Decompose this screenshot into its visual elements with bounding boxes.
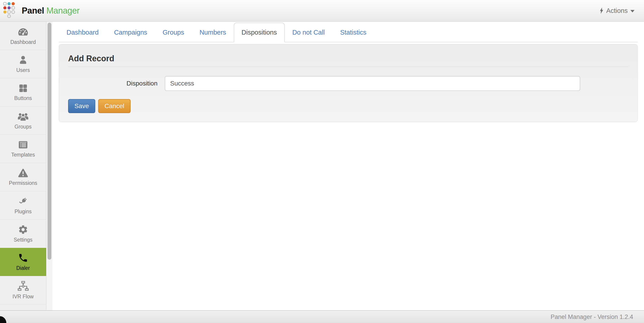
disposition-input[interactable] <box>165 76 580 91</box>
tab-bar: Dashboard Campaigns Groups Numbers Dispo… <box>59 23 638 42</box>
sidebar-item-label: Settings <box>14 237 32 243</box>
warning-icon <box>18 168 28 178</box>
sidebar-item-settings[interactable]: Settings <box>0 220 46 248</box>
app-footer: Panel Manager - Version 1.2.4 <box>0 310 644 323</box>
sidebar-item-label: Groups <box>14 124 32 130</box>
cancel-button[interactable]: Cancel <box>98 99 130 113</box>
add-record-panel: Add Record Disposition Save Cancel <box>59 44 638 122</box>
sidebar-item-groups[interactable]: Groups <box>0 106 46 135</box>
people-icon <box>17 111 29 122</box>
tab-do-not-call[interactable]: Do not Call <box>285 23 332 42</box>
lightning-bolt-icon <box>600 7 604 14</box>
sidebar-item-dashboard[interactable]: Dashboard <box>0 22 46 50</box>
app-header: Panel Manager Actions <box>0 0 644 22</box>
sidebar-item-label: IVR Flow <box>12 294 34 300</box>
actions-button[interactable]: Actions <box>600 7 634 14</box>
grid-icon <box>18 83 28 93</box>
chevron-down-icon <box>630 10 634 12</box>
app-title-secondary: Manager <box>46 6 80 15</box>
tab-statistics[interactable]: Statistics <box>332 23 374 42</box>
card-list-icon <box>18 140 28 150</box>
tab-groups[interactable]: Groups <box>155 23 192 42</box>
sidebar-item-dialer[interactable]: Dialer <box>0 248 46 276</box>
page: { "header": { "brand_primary": "Panel", … <box>0 0 644 323</box>
phone-icon <box>18 253 28 263</box>
sidebar-item-ivr-flow[interactable]: IVR Flow <box>0 276 46 305</box>
sidebar: Dashboard Users Buttons <box>0 22 46 310</box>
disposition-form-row: Disposition <box>59 76 638 91</box>
sidebar-item-label: Templates <box>11 152 35 158</box>
brand: Panel Manager <box>0 2 80 19</box>
panel-title: Add Record <box>68 44 628 67</box>
flowchart-icon <box>17 281 29 292</box>
tab-dashboard[interactable]: Dashboard <box>59 23 106 42</box>
sidebar-item-permissions[interactable]: Permissions <box>0 163 46 191</box>
tab-campaigns[interactable]: Campaigns <box>106 23 155 42</box>
brand-logo-icon <box>3 2 16 19</box>
plug-icon <box>18 196 28 207</box>
version-text: Panel Manager - Version 1.2.4 <box>0 311 644 323</box>
tab-dispositions[interactable]: Dispositions <box>234 23 284 42</box>
sidebar-item-users[interactable]: Users <box>0 50 46 78</box>
app-title-primary: Panel <box>22 6 44 15</box>
sidebar-item-templates[interactable]: Templates <box>0 135 46 163</box>
tab-numbers[interactable]: Numbers <box>192 23 234 42</box>
sidebar-scrollbar-thumb[interactable] <box>48 23 51 260</box>
app-title: Panel Manager <box>22 6 80 15</box>
sidebar-item-label: Dialer <box>16 265 30 271</box>
main-content: Dashboard Campaigns Groups Numbers Dispo… <box>52 22 644 310</box>
sidebar-item-label: Dashboard <box>10 39 36 45</box>
sidebar-item-label: Permissions <box>9 180 37 186</box>
sidebar-item-label: Buttons <box>14 95 32 101</box>
gauge-icon <box>18 26 28 37</box>
sidebar-list: Dashboard Users Buttons <box>0 22 46 305</box>
actions-label: Actions <box>606 7 628 14</box>
sidebar-item-plugins[interactable]: Plugins <box>0 191 46 220</box>
disposition-label: Disposition <box>59 80 158 87</box>
gear-icon <box>18 224 28 235</box>
button-row: Save Cancel <box>68 99 638 113</box>
sidebar-item-label: Users <box>16 67 30 73</box>
save-button[interactable]: Save <box>68 99 95 113</box>
sidebar-scrollbar-track <box>46 22 52 310</box>
user-icon <box>18 55 28 65</box>
sidebar-item-label: Plugins <box>14 209 32 215</box>
sidebar-item-buttons[interactable]: Buttons <box>0 78 46 106</box>
